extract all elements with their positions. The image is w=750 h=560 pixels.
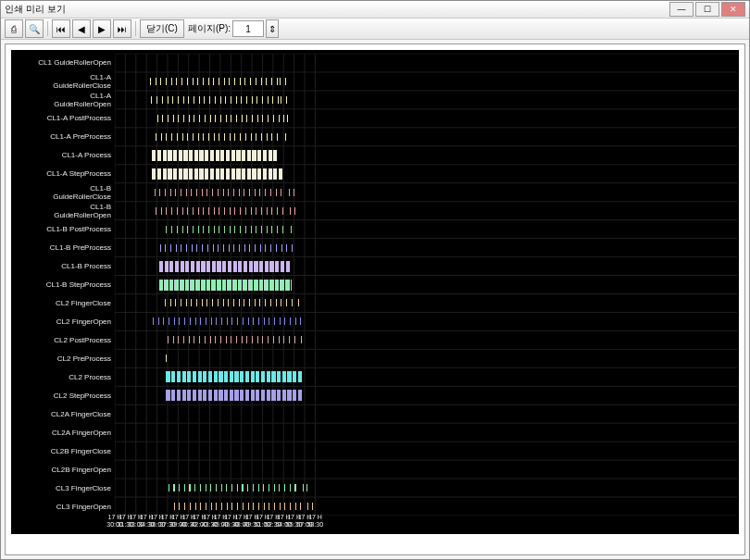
gantt-bar <box>182 226 183 233</box>
gantt-bar <box>215 115 216 122</box>
print-button[interactable]: ⎙ <box>5 19 23 38</box>
gantt-bar <box>263 168 267 180</box>
page-stepper[interactable]: ⇕ <box>266 19 279 38</box>
gantt-bar <box>199 150 203 161</box>
gantt-bar <box>236 168 240 180</box>
gantt-bar <box>181 244 181 252</box>
gantt-bar <box>176 78 177 85</box>
gantt-bar <box>187 207 188 215</box>
gantt-bar <box>216 317 217 325</box>
gantt-bar <box>204 96 205 104</box>
gantt-bar <box>186 189 187 196</box>
gantt-bar <box>215 96 216 104</box>
gantt-bar <box>281 244 282 252</box>
gantt-bar <box>256 78 256 85</box>
gantt-bar <box>156 133 156 141</box>
gantt-bar <box>253 317 254 325</box>
gantt-bar <box>280 503 281 510</box>
gantt-bar <box>200 484 201 492</box>
gantt-bar <box>239 244 240 252</box>
gantt-bar <box>242 336 243 343</box>
gantt-bar <box>300 317 301 325</box>
gantt-bar <box>170 244 171 252</box>
gantt-bar <box>259 299 260 306</box>
gantt-bar <box>239 299 240 306</box>
gantt-bar <box>294 189 294 196</box>
gantt-bar <box>283 115 284 122</box>
gantt-bar <box>295 317 296 325</box>
gantt-bar <box>196 189 197 196</box>
gantt-bar <box>224 207 225 215</box>
gantt-bar <box>206 261 210 272</box>
gantt-bar <box>240 133 241 141</box>
gantt-bar <box>179 484 180 492</box>
gantt-bar <box>230 226 231 233</box>
gantt-bar <box>219 78 219 85</box>
gantt-bar <box>178 96 179 104</box>
minimize-button[interactable]: — <box>669 2 694 17</box>
gantt-bar <box>271 390 275 401</box>
gantt-bar <box>281 261 284 272</box>
gantt-bar <box>251 133 252 141</box>
gantt-bar <box>189 168 193 180</box>
gantt-bar <box>230 207 231 215</box>
gantt-bar <box>172 96 173 104</box>
gantt-bar <box>165 189 166 196</box>
gantt-bar <box>301 336 302 343</box>
gantt-bar <box>184 317 185 325</box>
gantt-bar <box>240 207 241 215</box>
gantt-bar <box>177 390 181 401</box>
maximize-button[interactable]: ☐ <box>695 2 719 17</box>
gantt-bar <box>286 244 287 252</box>
row-label: CL3 FingerClose <box>56 484 111 492</box>
row-label: CL1 GuideRollerOpen <box>38 58 111 67</box>
gantt-bar <box>277 133 278 141</box>
gantt-bar <box>249 189 250 196</box>
close-button[interactable]: ✕ <box>721 2 745 17</box>
gantt-bar <box>273 168 277 180</box>
gantt-bar <box>230 133 231 141</box>
gantt-bar <box>166 133 167 141</box>
gantt-bar <box>298 371 302 382</box>
page-number-input[interactable] <box>232 20 264 37</box>
gantt-bar <box>181 261 184 272</box>
gantt-bar <box>258 317 259 325</box>
gantt-bar <box>270 244 271 252</box>
gantt-bar <box>185 280 189 291</box>
gantt-bar <box>271 371 275 382</box>
gantt-bar <box>157 115 158 122</box>
gantt-bar <box>249 280 253 291</box>
gantt-bar <box>219 371 222 382</box>
gantt-bar <box>174 503 175 510</box>
gantt-bar <box>224 390 228 401</box>
gantt-bar <box>265 280 269 291</box>
gantt-bar <box>222 261 226 272</box>
gantt-bar <box>266 78 267 85</box>
gantt-bar <box>162 115 163 122</box>
gantt-bar <box>245 133 246 141</box>
gantt-bar <box>201 261 205 272</box>
nav-last-button[interactable]: ⏭ <box>113 19 131 38</box>
close-preview-button[interactable]: 닫기(C) <box>140 19 184 38</box>
gantt-bar <box>227 317 228 325</box>
gantt-bar <box>236 96 237 104</box>
gantt-bar <box>220 336 221 343</box>
search-icon: 🔍 <box>29 24 40 34</box>
gantt-bar <box>225 96 226 104</box>
gantt-bar <box>261 371 265 382</box>
nav-first-button[interactable]: ⏮ <box>52 19 70 38</box>
gantt-bar <box>244 261 247 272</box>
gantt-bar <box>193 78 194 85</box>
row-label: CL2A FingerOpen <box>52 429 111 437</box>
gantt-bar <box>284 484 285 492</box>
nav-next-button[interactable]: ▶ <box>93 19 111 38</box>
gantt-bar <box>220 168 224 180</box>
zoom-button[interactable]: 🔍 <box>25 19 44 38</box>
gantt-bar <box>248 503 249 510</box>
gantt-bar <box>196 244 197 252</box>
gantt-bar <box>275 280 279 291</box>
gantt-bar <box>255 299 256 306</box>
gantt-bar <box>176 244 177 252</box>
nav-prev-button[interactable]: ◀ <box>72 19 91 38</box>
gantt-bar <box>157 168 161 180</box>
